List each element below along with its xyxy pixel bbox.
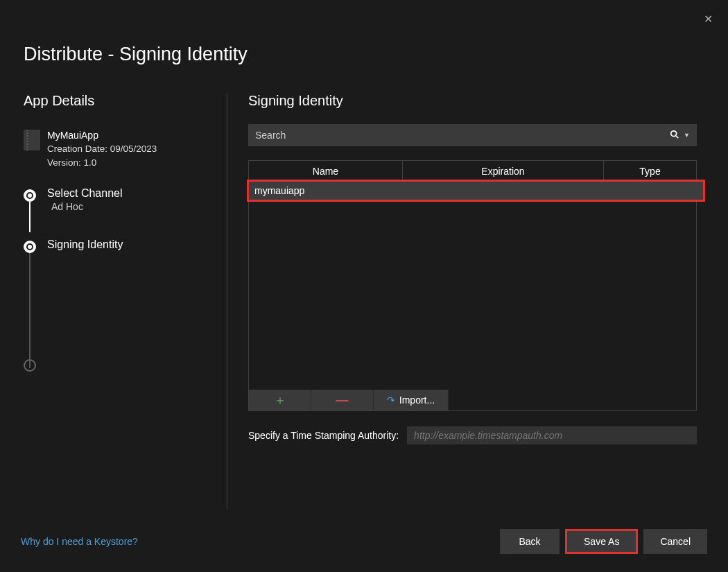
- search-icon[interactable]: [670, 130, 679, 141]
- footer: Why do I need a Keystore? Back Save As C…: [0, 529, 728, 554]
- close-button[interactable]: ✕: [704, 12, 713, 26]
- timestamp-label: Specify a Time Stamping Authority:: [248, 430, 399, 441]
- table-row[interactable]: mymauiapp: [247, 180, 705, 202]
- search-input[interactable]: [255, 130, 670, 141]
- cell-name: mymauiapp: [254, 185, 304, 196]
- step-title: Signing Identity: [47, 239, 227, 251]
- app-version: Version: 1.0: [47, 156, 157, 170]
- app-details-header: App Details: [24, 93, 227, 109]
- step-dot-icon: [24, 241, 36, 253]
- wizard-steps: Select Channel Ad Hoc Signing Identity: [31, 187, 227, 251]
- step-dot-icon: [24, 189, 36, 202]
- package-icon: [24, 130, 40, 150]
- step-connector: [29, 246, 31, 368]
- dialog-title: Distribute - Signing Identity: [0, 0, 728, 65]
- import-button[interactable]: ↷ Import...: [374, 390, 449, 410]
- column-expiration[interactable]: Expiration: [403, 161, 604, 181]
- table-toolbar: ＋ — ↷ Import...: [249, 390, 449, 410]
- add-button[interactable]: ＋: [249, 390, 311, 410]
- svg-point-0: [671, 130, 677, 136]
- table-header: Name Expiration Type: [249, 161, 696, 182]
- help-link-keystore[interactable]: Why do I need a Keystore?: [21, 536, 138, 547]
- timestamp-input[interactable]: [407, 426, 697, 444]
- signing-identity-header: Signing Identity: [248, 93, 697, 109]
- timestamp-row: Specify a Time Stamping Authority:: [248, 426, 697, 444]
- table-body: mymauiapp: [249, 182, 696, 390]
- search-bar: ▼: [248, 124, 697, 146]
- app-info: MyMauiApp Creation Date: 09/05/2023 Vers…: [24, 128, 227, 169]
- content-area: App Details MyMauiApp Creation Date: 09/…: [0, 93, 728, 509]
- cancel-button[interactable]: Cancel: [643, 529, 707, 554]
- step-signing-identity[interactable]: Signing Identity: [31, 239, 227, 251]
- column-type[interactable]: Type: [604, 161, 696, 181]
- footer-buttons: Back Save As Cancel: [500, 529, 707, 554]
- step-title: Select Channel: [47, 187, 227, 200]
- app-creation-date: Creation Date: 09/05/2023: [47, 142, 157, 156]
- app-info-text: MyMauiApp Creation Date: 09/05/2023 Vers…: [47, 128, 157, 169]
- back-button[interactable]: Back: [500, 529, 560, 554]
- save-as-button[interactable]: Save As: [567, 531, 636, 552]
- save-as-highlight: Save As: [565, 529, 638, 554]
- import-arrow-icon: ↷: [387, 395, 395, 406]
- import-label: Import...: [399, 395, 435, 406]
- column-name[interactable]: Name: [249, 161, 403, 181]
- right-panel: Signing Identity ▼ Name Expiration Type …: [227, 93, 728, 509]
- left-panel: App Details MyMauiApp Creation Date: 09/…: [0, 93, 227, 509]
- app-name: MyMauiApp: [47, 128, 157, 142]
- svg-line-1: [676, 135, 679, 138]
- chevron-down-icon[interactable]: ▼: [684, 132, 690, 139]
- step-placeholder-icon: [24, 359, 36, 372]
- identities-table: Name Expiration Type mymauiapp ＋ — ↷ Imp…: [248, 160, 697, 411]
- step-select-channel[interactable]: Select Channel Ad Hoc: [31, 187, 227, 212]
- step-subtitle: Ad Hoc: [51, 201, 227, 212]
- remove-button[interactable]: —: [311, 390, 374, 410]
